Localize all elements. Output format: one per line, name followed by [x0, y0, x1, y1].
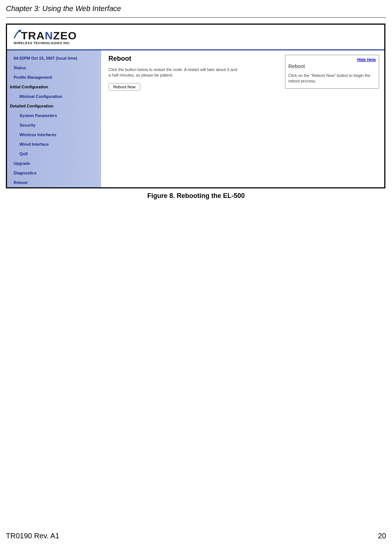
- sidebar: 04:02PM Oct 15, 2007 (local time) Status…: [7, 50, 101, 187]
- main-content: Reboot Click the button below to restart…: [108, 55, 281, 91]
- brand-wordmark: TRANZEO: [14, 29, 77, 42]
- swoosh-icon: [14, 29, 22, 42]
- sidebar-item-qos[interactable]: QoS: [7, 150, 101, 158]
- help-panel: Hide Help Reboot Click on the "Reboot No…: [285, 55, 379, 89]
- sidebar-item-reboot[interactable]: Reboot: [7, 178, 101, 187]
- page-description: Click the button below to restart the no…: [108, 67, 237, 78]
- footer-revision: TR0190 Rev. A1: [6, 532, 59, 540]
- page-title: Reboot: [108, 55, 281, 63]
- brand-text-1: TRA: [21, 29, 45, 42]
- sidebar-item-profile[interactable]: Profile Management: [7, 73, 101, 81]
- help-text: Click on the "Reboot Now" button to begi…: [288, 73, 376, 84]
- brand-text-2: N: [45, 29, 53, 42]
- reboot-now-button[interactable]: Reboot Now: [108, 83, 140, 91]
- sidebar-heading-detailed: Detailed Configuration: [7, 102, 101, 110]
- hide-help-link[interactable]: Hide Help: [288, 57, 376, 62]
- sidebar-item-system-params[interactable]: System Parameters: [7, 111, 101, 120]
- brand-logo: TRANZEO WIRELESS TECHNOLOGIES INC.: [14, 29, 77, 45]
- brand-text-3: ZEO: [53, 29, 77, 42]
- ui-body: 04:02PM Oct 15, 2007 (local time) Status…: [7, 50, 384, 187]
- brand-subtitle: WIRELESS TECHNOLOGIES INC.: [14, 41, 77, 45]
- brand-bar: TRANZEO WIRELESS TECHNOLOGIES INC.: [7, 25, 384, 50]
- sidebar-item-minimal[interactable]: Minimal Configuration: [7, 92, 101, 100]
- sidebar-heading-initial: Initial Configuration: [7, 83, 101, 91]
- figure-caption: Figure 8. Rebooting the EL-500: [6, 192, 386, 200]
- sidebar-item-security[interactable]: Security: [7, 121, 101, 129]
- page-footer: TR0190 Rev. A1 20: [6, 532, 386, 540]
- sidebar-item-diagnostics[interactable]: Diagnostics: [7, 169, 101, 177]
- chapter-header: Chapter 3: Using the Web Interface: [6, 4, 386, 18]
- screenshot-frame: TRANZEO WIRELESS TECHNOLOGIES INC. 04:02…: [6, 24, 385, 188]
- help-title: Reboot: [288, 63, 376, 69]
- sidebar-item-upgrade[interactable]: Upgrade: [7, 159, 101, 167]
- sidebar-time: 04:02PM Oct 15, 2007 (local time): [7, 54, 101, 62]
- sidebar-item-wired[interactable]: Wired Interface: [7, 140, 101, 148]
- sidebar-item-status[interactable]: Status: [7, 64, 101, 72]
- main-area: Reboot Click the button below to restart…: [101, 50, 384, 187]
- footer-page-number: 20: [378, 532, 386, 540]
- sidebar-item-wireless[interactable]: Wireless Interfaces: [7, 131, 101, 139]
